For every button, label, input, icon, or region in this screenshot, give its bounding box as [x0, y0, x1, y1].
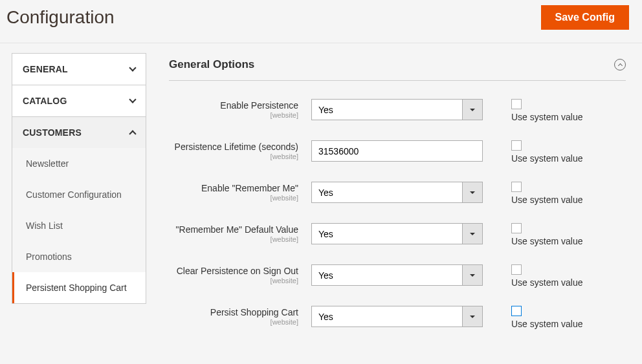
sidebar-item-wish-list[interactable]: Wish List — [12, 210, 146, 241]
save-config-button[interactable]: Save Config — [541, 5, 629, 30]
page-header: Configuration Save Config — [0, 0, 642, 43]
field-persistence-lifetime: Persistence Lifetime (seconds) [website]… — [169, 140, 626, 164]
chevron-up-icon — [617, 63, 622, 67]
enable-persistence-select[interactable]: Yes — [311, 99, 483, 120]
label-text: Persist Shopping Cart — [210, 307, 298, 317]
chevron-down-icon — [129, 96, 136, 103]
sidebar-group-header[interactable]: CUSTOMERS — [12, 117, 146, 148]
label-text: "Remember Me" Default Value — [176, 224, 298, 235]
scope-label: [website] — [169, 318, 298, 326]
sidebar-group-general[interactable]: GENERAL — [12, 53, 146, 85]
sidebar-item-customer-configuration[interactable]: Customer Configuration — [12, 179, 146, 210]
sidebar-item-newsletter[interactable]: Newsletter — [12, 148, 146, 179]
sidebar-item-label: Wish List — [26, 220, 63, 231]
use-system-value-checkbox[interactable] — [511, 264, 522, 275]
field-control: Yes — [311, 264, 483, 286]
section-title: General Options — [169, 58, 254, 71]
select-wrap: Yes — [311, 223, 483, 244]
use-system-value-checkbox[interactable] — [511, 306, 522, 316]
content: GENERAL CATALOG CUSTOMERS Newsletter Cus… — [0, 43, 642, 347]
sidebar-item-label: Promotions — [26, 252, 72, 262]
field-label: Enable "Remember Me" [website] — [169, 182, 311, 202]
field-control: Yes — [311, 223, 483, 244]
use-system-value-label: Use system value — [511, 112, 582, 122]
field-control: Yes — [311, 306, 483, 327]
system-value-wrap: Use system value — [483, 182, 582, 205]
page-title: Configuration — [6, 7, 115, 28]
clear-persistence-signout-select[interactable]: Yes — [311, 264, 483, 286]
sidebar-item-label: Customer Configuration — [26, 189, 122, 200]
field-label: Clear Persistence on Sign Out [website] — [169, 264, 311, 284]
sidebar-group-label: CUSTOMERS — [23, 127, 82, 138]
select-wrap: Yes — [311, 99, 483, 120]
sidebar-group-customers[interactable]: CUSTOMERS Newsletter Customer Configurat… — [12, 116, 146, 304]
sidebar: GENERAL CATALOG CUSTOMERS Newsletter Cus… — [0, 53, 146, 347]
select-wrap: Yes — [311, 306, 483, 327]
use-system-value-label: Use system value — [511, 319, 582, 329]
field-control: Yes — [311, 99, 483, 120]
field-label: Enable Persistence [website] — [169, 99, 311, 119]
sidebar-item-label: Persistent Shopping Cart — [26, 283, 127, 293]
field-label: "Remember Me" Default Value [website] — [169, 223, 311, 243]
scope-label: [website] — [169, 194, 298, 202]
sidebar-items: Newsletter Customer Configuration Wish L… — [12, 148, 146, 303]
use-system-value-label: Use system value — [511, 195, 582, 205]
use-system-value-label: Use system value — [511, 153, 582, 164]
sidebar-group-header[interactable]: GENERAL — [12, 54, 146, 85]
scope-label: [website] — [169, 153, 298, 160]
system-value-wrap: Use system value — [483, 223, 582, 246]
select-wrap: Yes — [311, 182, 483, 203]
sidebar-group-label: CATALOG — [23, 96, 67, 106]
scope-label: [website] — [169, 277, 298, 284]
sidebar-item-promotions[interactable]: Promotions — [12, 241, 146, 272]
use-system-value-label: Use system value — [511, 236, 582, 246]
chevron-down-icon — [129, 64, 136, 71]
chevron-up-icon — [129, 130, 136, 137]
use-system-value-checkbox[interactable] — [511, 99, 522, 109]
field-remember-me-default: "Remember Me" Default Value [website] Ye… — [169, 223, 626, 246]
label-text: Enable "Remember Me" — [201, 183, 298, 193]
label-text: Clear Persistence on Sign Out — [177, 266, 298, 276]
scope-label: [website] — [169, 235, 298, 243]
system-value-wrap: Use system value — [483, 99, 582, 122]
sidebar-group-header[interactable]: CATALOG — [12, 85, 146, 116]
use-system-value-checkbox[interactable] — [511, 182, 522, 192]
field-control: Yes — [311, 182, 483, 203]
system-value-wrap: Use system value — [483, 264, 582, 288]
enable-remember-me-select[interactable]: Yes — [311, 182, 483, 203]
form-area: Enable Persistence [website] Yes Use sys… — [169, 81, 626, 329]
sidebar-item-label: Newsletter — [26, 158, 69, 169]
sidebar-group-catalog[interactable]: CATALOG — [12, 85, 146, 116]
main-panel: General Options Enable Persistence [webs… — [146, 53, 642, 347]
section-header[interactable]: General Options — [169, 53, 626, 81]
select-wrap: Yes — [311, 264, 483, 286]
field-label: Persist Shopping Cart [website] — [169, 306, 311, 326]
system-value-wrap: Use system value — [483, 306, 582, 329]
field-enable-remember-me: Enable "Remember Me" [website] Yes Use s… — [169, 182, 626, 205]
use-system-value-label: Use system value — [511, 277, 582, 288]
sidebar-group-label: GENERAL — [23, 64, 68, 74]
collapse-icon[interactable] — [614, 59, 626, 70]
sidebar-item-persistent-shopping-cart[interactable]: Persistent Shopping Cart — [12, 272, 146, 303]
use-system-value-checkbox[interactable] — [511, 140, 522, 151]
system-value-wrap: Use system value — [483, 140, 582, 164]
scope-label: [website] — [169, 111, 298, 119]
use-system-value-checkbox[interactable] — [511, 223, 522, 233]
persist-shopping-cart-select[interactable]: Yes — [311, 306, 483, 327]
field-label: Persistence Lifetime (seconds) [website] — [169, 140, 311, 160]
field-persist-shopping-cart: Persist Shopping Cart [website] Yes Use … — [169, 306, 626, 329]
field-enable-persistence: Enable Persistence [website] Yes Use sys… — [169, 99, 626, 122]
field-control — [311, 140, 483, 162]
label-text: Enable Persistence — [220, 100, 298, 111]
persistence-lifetime-input[interactable] — [311, 140, 483, 162]
remember-me-default-select[interactable]: Yes — [311, 223, 483, 244]
label-text: Persistence Lifetime (seconds) — [175, 142, 298, 152]
field-clear-persistence-signout: Clear Persistence on Sign Out [website] … — [169, 264, 626, 288]
